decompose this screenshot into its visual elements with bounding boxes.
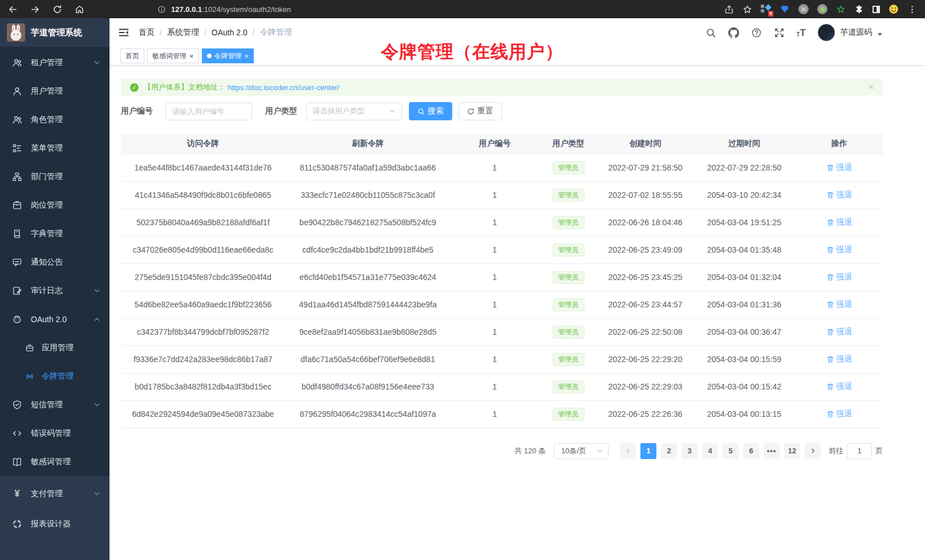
sidebar-item-application[interactable]: 应用管理	[0, 334, 109, 362]
sidebar-item-menu[interactable]: 菜单管理	[0, 134, 109, 163]
user-id-input[interactable]	[165, 103, 252, 120]
access-token-cell: c347026e805e4d99b0d116eae66eda8c	[121, 236, 285, 263]
force-logout-button[interactable]: 强退	[826, 409, 852, 419]
breadcrumb-separator: /	[160, 28, 162, 37]
action-cell: 强退	[796, 346, 883, 373]
alert-text: 【用户体系】文档地址：	[144, 82, 225, 92]
force-logout-button[interactable]: 强退	[826, 245, 852, 255]
profile-avatar-icon[interactable]	[889, 4, 899, 14]
tab-item-2[interactable]: 令牌管理×	[202, 48, 254, 63]
user-type-badge: 管理员	[553, 244, 585, 257]
extension-puzzle-icon[interactable]	[854, 5, 864, 14]
help-icon[interactable]	[751, 27, 762, 38]
collapse-sidebar-icon[interactable]	[118, 27, 129, 38]
back-icon[interactable]	[8, 5, 18, 14]
sidebar-item-errcode[interactable]: 错误码管理	[0, 419, 109, 448]
sidebar-item-label: 部门管理	[31, 172, 63, 182]
browser-menu-icon[interactable]	[907, 5, 917, 14]
extension-grid-icon[interactable]: 9	[761, 4, 771, 14]
force-logout-button[interactable]: 强退	[826, 354, 852, 364]
info-icon[interactable]	[157, 5, 166, 14]
user-id-cell: 1	[451, 181, 539, 209]
sidebar-item-tenant[interactable]: 租户管理	[0, 48, 109, 77]
search-button[interactable]: 搜索	[409, 102, 452, 120]
sidebar-item-sms[interactable]: 短信管理	[0, 391, 109, 419]
page-button[interactable]: 3	[681, 443, 697, 459]
trash-icon	[826, 328, 834, 336]
access-token-cell: 6d842e2924594de9a09e45e087323abe	[121, 400, 285, 428]
trash-icon	[826, 164, 834, 172]
page-button[interactable]: 2	[661, 443, 677, 459]
page-ellipsis[interactable]: •••	[764, 443, 780, 459]
refresh-token-cell: 811c530487574fa0af1a59d3abc1aa66	[285, 154, 451, 181]
tab-item-0[interactable]: 首页	[120, 48, 144, 63]
breadcrumb-item[interactable]: 系统管理	[167, 27, 199, 38]
page-button[interactable]: 1	[640, 443, 656, 459]
search-icon[interactable]	[705, 27, 716, 38]
sidebar-item-audit[interactable]: 审计日志	[0, 277, 109, 305]
force-logout-button[interactable]: 强退	[826, 190, 852, 200]
goto-page-input[interactable]	[847, 443, 872, 459]
github-icon[interactable]	[728, 27, 739, 38]
next-page-button[interactable]	[805, 443, 821, 459]
extension-command-icon[interactable]: ⌘	[798, 4, 809, 14]
sidebar-item-department[interactable]: 部门管理	[0, 163, 109, 191]
sidebar-item-dict[interactable]: 字典管理	[0, 220, 109, 248]
home-icon[interactable]	[75, 5, 84, 14]
page-button[interactable]: 12	[784, 443, 800, 459]
close-icon[interactable]: ×	[189, 52, 194, 60]
reload-icon[interactable]	[52, 5, 62, 14]
split-screen-icon[interactable]	[873, 6, 880, 13]
page-button[interactable]: 6	[743, 443, 759, 459]
user-profile[interactable]: 芋道源码	[818, 24, 883, 41]
table-row: 54d6be82ee5a460a9aedc1f9bf22365649d1aa46…	[121, 291, 883, 318]
sidebar-item-payment[interactable]: ¥支付管理	[0, 478, 109, 509]
sidebar-item-token[interactable]: 令牌管理	[0, 362, 109, 391]
created-at-cell: 2022-06-25 23:49:09	[598, 236, 693, 263]
close-icon[interactable]: ×	[245, 52, 249, 60]
extension-record-icon[interactable]	[817, 4, 827, 14]
force-logout-button[interactable]: 强退	[826, 217, 852, 228]
sidebar-item-notice[interactable]: 通知公告	[0, 248, 109, 277]
doc-link[interactable]: https://doc.iocoder.cn/user-center/	[228, 83, 339, 92]
font-size-icon[interactable]: TT	[797, 28, 806, 38]
reset-button[interactable]: 重置	[459, 102, 502, 120]
user-id-label: 用户编号	[121, 106, 153, 116]
extension-star-icon[interactable]	[836, 5, 846, 14]
page-button[interactable]: 5	[723, 443, 739, 459]
force-logout-button[interactable]: 强退	[826, 327, 852, 337]
url-bar[interactable]: 127.0.0.1:1024/system/oauth2/token	[157, 5, 291, 14]
sidebar-item-post[interactable]: 岗位管理	[0, 191, 109, 220]
sidebar-item-oauth[interactable]: OAuth 2.0	[0, 305, 109, 334]
breadcrumb-item[interactable]: 首页	[139, 27, 155, 38]
annotation-overlay-text: 令牌管理（在线用户）	[381, 40, 563, 64]
sidebar-item-label: OAuth 2.0	[31, 315, 67, 324]
share-icon[interactable]	[724, 5, 734, 14]
sidebar-item-report[interactable]: 报表设计器	[0, 509, 109, 539]
force-logout-button[interactable]: 强退	[826, 299, 852, 310]
sidebar-item-sensitive[interactable]: 敏感词管理	[0, 448, 109, 476]
forward-icon[interactable]	[30, 5, 40, 14]
force-logout-button[interactable]: 强退	[826, 163, 852, 173]
trash-icon	[826, 410, 834, 418]
search-icon	[417, 108, 425, 115]
fullscreen-icon[interactable]	[774, 27, 785, 38]
column-header: 创建时间	[598, 133, 693, 154]
extension-gem-icon[interactable]	[780, 4, 790, 14]
force-logout-button[interactable]: 强退	[826, 272, 852, 282]
sidebar-item-role[interactable]: 角色管理	[0, 105, 109, 134]
bookmark-star-icon[interactable]	[743, 5, 752, 14]
close-icon[interactable]: ×	[869, 82, 874, 92]
page-button[interactable]: 4	[702, 443, 718, 459]
action-cell: 强退	[796, 373, 883, 400]
user-type-select[interactable]: 请选择用户类型	[306, 103, 402, 120]
tab-item-1[interactable]: 敏感词管理×	[147, 48, 199, 63]
prev-page-button[interactable]	[620, 443, 636, 459]
page-size-select[interactable]: 10条/页	[554, 443, 608, 459]
app-logo[interactable]: 芋道管理系统	[0, 18, 109, 47]
force-logout-button[interactable]: 强退	[826, 382, 852, 392]
app-title: 芋道管理系统	[31, 27, 82, 38]
sidebar-item-user[interactable]: 用户管理	[0, 77, 109, 105]
user-type-cell: 管理员	[539, 318, 598, 346]
breadcrumb-item[interactable]: OAuth 2.0	[212, 28, 248, 37]
